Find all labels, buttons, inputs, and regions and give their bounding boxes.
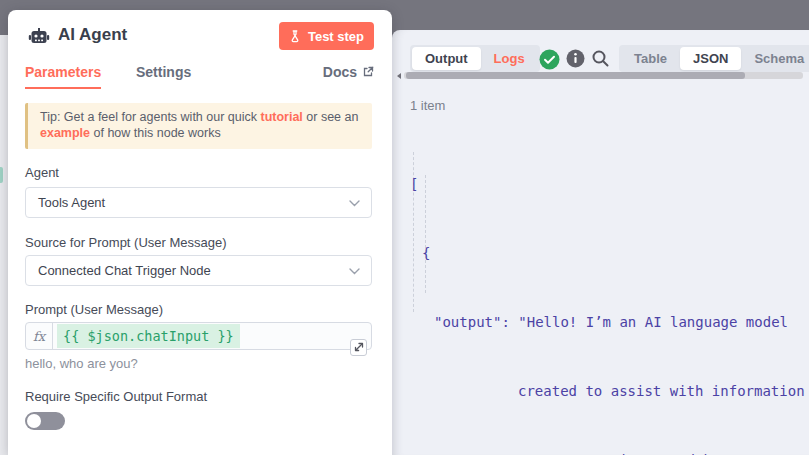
tab-json[interactable]: JSON	[680, 47, 741, 70]
source-select-value: Connected Chat Trigger Node	[38, 263, 211, 278]
external-link-icon	[362, 66, 374, 78]
view-mode-switcher: Table JSON Schema	[619, 45, 809, 72]
tab-settings[interactable]: Settings	[136, 64, 191, 80]
json-line: "output": "Hello! I’m an AI language mod…	[410, 311, 805, 334]
test-step-label: Test step	[308, 29, 364, 44]
tip-text-1: Tip: Get a feel for agents with our quic…	[40, 110, 260, 124]
json-line: [	[410, 173, 805, 196]
prompt-label: Prompt (User Message)	[25, 302, 163, 317]
agent-label: Agent	[25, 165, 59, 180]
tab-schema[interactable]: Schema	[741, 47, 809, 70]
tip-text-3: of how this node works	[90, 126, 221, 140]
prompt-resolved-preview: hello, who are you?	[25, 356, 138, 371]
horizontal-scrollbar[interactable]	[404, 72, 803, 79]
node-connector-sliver	[0, 167, 3, 183]
tab-logs[interactable]: Logs	[481, 47, 538, 70]
prompt-expression-value[interactable]: {{ $json.chatInput }}	[57, 324, 240, 348]
tab-docs[interactable]: Docs	[323, 64, 374, 80]
docs-label: Docs	[323, 64, 357, 80]
node-tabs: Parameters Settings Docs	[8, 62, 392, 90]
output-format-toggle[interactable]	[25, 412, 65, 430]
tutorial-link[interactable]: tutorial	[260, 110, 302, 124]
output-panel: Output Logs Table JSON Schema 1 item [	[392, 30, 809, 455]
agent-select-value: Tools Agent	[38, 195, 105, 210]
info-icon[interactable]	[566, 49, 585, 68]
example-link[interactable]: example	[40, 126, 90, 140]
scrollbar-left-arrow-icon[interactable]	[397, 73, 401, 79]
node-header: AI Agent Test step	[8, 10, 392, 62]
tab-output[interactable]: Output	[412, 47, 481, 70]
fx-badge: fx	[26, 323, 53, 349]
prompt-expression-input[interactable]: fx {{ $json.chatInput }}	[25, 322, 372, 350]
node-settings-panel: AI Agent Test step Parameters Settings D…	[8, 10, 392, 455]
json-line: created to assist with information	[410, 380, 805, 403]
scrollbar-thumb[interactable]	[406, 72, 745, 79]
chevron-down-icon	[349, 200, 360, 207]
agent-select[interactable]: Tools Agent	[25, 187, 372, 218]
tip-text-2: or see an	[303, 110, 359, 124]
json-output-view: [ { "output": "Hello! I’m an AI language…	[410, 127, 805, 455]
input-panel-edge	[0, 35, 8, 455]
test-step-button[interactable]: Test step	[279, 22, 374, 50]
tip-callout: Tip: Get a feel for agents with our quic…	[25, 103, 372, 149]
toggle-knob	[27, 414, 41, 428]
json-line: {	[410, 242, 805, 265]
flask-icon	[289, 30, 301, 43]
chevron-down-icon	[349, 268, 360, 275]
output-format-label: Require Specific Output Format	[25, 389, 207, 404]
robot-icon	[28, 25, 50, 47]
source-select[interactable]: Connected Chat Trigger Node	[25, 255, 372, 286]
node-title: AI Agent	[58, 25, 127, 45]
tab-parameters[interactable]: Parameters	[25, 64, 101, 80]
items-count: 1 item	[410, 98, 445, 113]
json-line: answer questions, and have	[410, 449, 805, 455]
success-check-icon	[539, 49, 560, 70]
search-icon[interactable]	[591, 49, 610, 68]
output-logs-switcher: Output Logs	[410, 45, 540, 72]
expand-expression-button[interactable]	[350, 339, 367, 356]
tab-table[interactable]: Table	[621, 47, 680, 70]
source-label: Source for Prompt (User Message)	[25, 235, 227, 250]
